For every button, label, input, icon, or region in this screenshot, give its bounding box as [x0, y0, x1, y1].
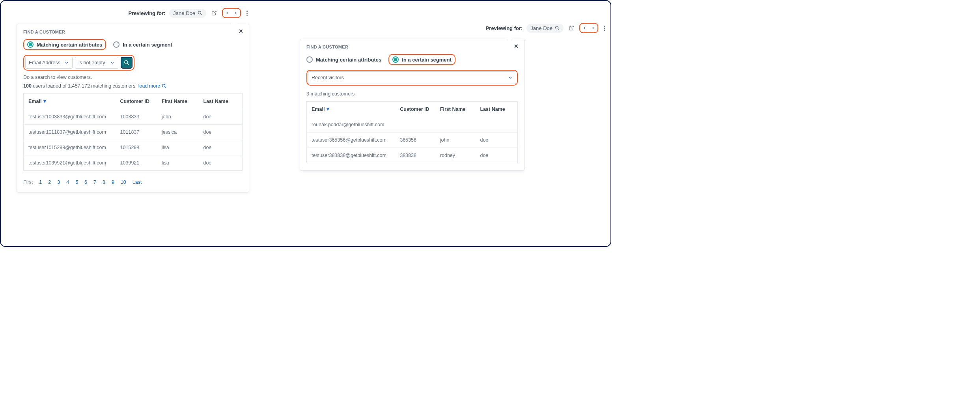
cell-first: jessica: [157, 125, 198, 140]
attribute-field-select[interactable]: Email Address: [25, 57, 73, 69]
panel-caret: [506, 36, 512, 39]
page-last[interactable]: Last: [133, 179, 142, 185]
col-last-name[interactable]: Last Name: [475, 102, 517, 117]
preview-nav-pill: [222, 8, 241, 18]
svg-point-5: [162, 84, 165, 87]
page-10[interactable]: 10: [121, 179, 126, 185]
external-link-icon[interactable]: [210, 9, 218, 17]
panel-caret: [231, 21, 237, 24]
table-row[interactable]: testuser1015298@getblueshift.com1015298l…: [24, 140, 243, 155]
cell-email: testuser1011837@getblueshift.com: [24, 125, 116, 140]
preview-nav-pill: [579, 23, 598, 33]
preview-user-chip[interactable]: Jane Doe: [169, 9, 206, 18]
chevron-down-icon: [64, 60, 69, 65]
svg-line-4: [127, 64, 129, 65]
cell-first: rodney: [435, 148, 476, 163]
table-row[interactable]: testuser1039921@getblueshift.com1039921l…: [24, 155, 243, 171]
col-email[interactable]: Email▼: [24, 94, 116, 109]
cell-cid: 1003833: [116, 109, 157, 125]
col-customer-id[interactable]: Customer ID: [116, 94, 157, 109]
result-count-row: 3 matching customers: [306, 91, 518, 97]
load-more-link[interactable]: load more: [138, 83, 167, 89]
cell-last: doe: [475, 148, 517, 163]
cell-first: john: [157, 109, 198, 125]
page-8[interactable]: 8: [103, 179, 105, 185]
search-icon: [555, 26, 560, 30]
cell-first: lisa: [157, 140, 198, 155]
search-mode-radio-group: Matching certain attributes In a certain…: [23, 39, 243, 50]
preview-user-name: Jane Doe: [530, 25, 553, 31]
preview-label: Previewing for:: [485, 25, 523, 31]
close-icon[interactable]: ✕: [514, 43, 519, 49]
preview-prev-button[interactable]: [580, 24, 589, 32]
radio-in-segment[interactable]: In a certain segment: [113, 41, 172, 48]
radio-dot-icon: [27, 41, 34, 48]
cell-last: doe: [198, 125, 242, 140]
col-first-name[interactable]: First Name: [435, 102, 476, 117]
cell-cid: 1039921: [116, 155, 157, 171]
highlight-filter-row: Email Address is not empty: [23, 55, 134, 71]
preview-bar-right: Previewing for: Jane Doe: [300, 23, 607, 33]
radio-label: In a certain segment: [123, 42, 172, 48]
svg-line-2: [214, 11, 216, 13]
customer-table: Email▼ Customer ID First Name Last Name …: [306, 101, 518, 163]
radio-dot-icon: [392, 56, 399, 63]
page-1[interactable]: 1: [39, 179, 42, 185]
frame: Previewing for: Jane Doe: [0, 0, 611, 247]
preview-next-button[interactable]: [589, 24, 597, 32]
table-row[interactable]: testuser1011837@getblueshift.com1011837j…: [24, 125, 243, 140]
col-customer-id[interactable]: Customer ID: [395, 102, 435, 117]
segment-select[interactable]: Recent visitors: [308, 71, 516, 84]
select-value: Recent visitors: [312, 75, 344, 80]
table-row[interactable]: testuser365356@getblueshift.com365356joh…: [307, 133, 518, 148]
page-9[interactable]: 9: [112, 179, 114, 185]
col-first-name[interactable]: First Name: [157, 94, 198, 109]
col-label: Email: [312, 107, 325, 112]
radio-in-segment[interactable]: In a certain segment: [392, 56, 452, 63]
preview-prev-button[interactable]: [223, 9, 231, 17]
attribute-operator-select[interactable]: is not empty: [75, 57, 118, 69]
table-row[interactable]: testuser383838@getblueshift.com383838rod…: [307, 148, 518, 163]
left-pane: Previewing for: Jane Doe: [17, 8, 249, 192]
close-icon[interactable]: ✕: [239, 28, 243, 34]
find-customer-panel-right: FIND A CUSTOMER ✕ Matching certain attri…: [300, 39, 525, 171]
radio-dot-icon: [113, 41, 119, 48]
page-5[interactable]: 5: [75, 179, 78, 185]
kebab-menu[interactable]: [245, 9, 249, 17]
col-last-name[interactable]: Last Name: [198, 94, 242, 109]
preview-user-chip[interactable]: Jane Doe: [526, 24, 564, 33]
radio-label: In a certain segment: [402, 57, 452, 63]
kebab-menu[interactable]: [602, 24, 607, 32]
table-row[interactable]: testuser1003833@getblueshift.com1003833j…: [24, 109, 243, 125]
cell-cid: 383838: [395, 148, 435, 163]
cell-first: john: [435, 133, 476, 148]
page-4[interactable]: 4: [66, 179, 69, 185]
cell-email: rounak.poddar@getblueshift.com: [307, 117, 396, 133]
col-email[interactable]: Email▼: [307, 102, 396, 117]
page-first[interactable]: First: [23, 179, 33, 185]
cell-last: [475, 117, 517, 133]
count-text: users loaded of 1,457,172 matching custo…: [32, 83, 135, 89]
highlight-attr-radio: Matching certain attributes: [23, 39, 106, 50]
cell-email: testuser1003833@getblueshift.com: [24, 109, 116, 125]
page-2[interactable]: 2: [48, 179, 51, 185]
radio-matching-attributes[interactable]: Matching certain attributes: [306, 56, 381, 63]
page-7[interactable]: 7: [93, 179, 96, 185]
page-6[interactable]: 6: [84, 179, 87, 185]
svg-point-7: [556, 26, 558, 29]
search-mode-radio-group: Matching certain attributes In a certain…: [306, 54, 518, 65]
page-3[interactable]: 3: [57, 179, 60, 185]
external-link-icon[interactable]: [567, 24, 575, 32]
radio-matching-attributes[interactable]: Matching certain attributes: [27, 41, 102, 48]
table-row[interactable]: rounak.poddar@getblueshift.com: [307, 117, 518, 133]
search-icon: [198, 11, 202, 15]
cell-last: doe: [475, 133, 517, 148]
search-button[interactable]: [121, 57, 133, 69]
search-hint: Do a search to view customers.: [23, 75, 243, 80]
preview-label: Previewing for:: [128, 10, 165, 16]
svg-line-8: [558, 29, 559, 30]
col-label: Email: [28, 99, 41, 104]
radio-label: Matching certain attributes: [316, 57, 381, 63]
cell-email: testuser365356@getblueshift.com: [307, 133, 396, 148]
preview-next-button[interactable]: [231, 9, 240, 17]
